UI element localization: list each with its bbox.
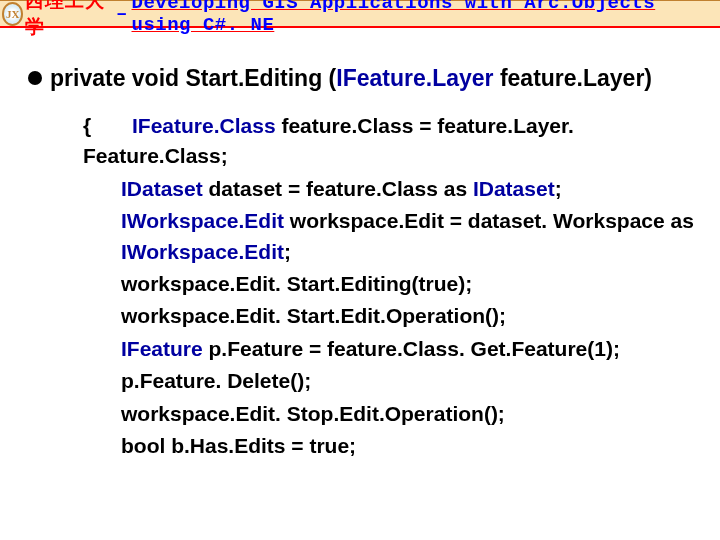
bullet-icon — [28, 71, 42, 85]
code-line-7: p.Feature. Delete(); — [83, 366, 702, 396]
code-line-2: IDataset dataset = feature.Class as IDat… — [83, 174, 702, 204]
header-bar: JX 西理工大学 – Developing GIS Applications w… — [0, 0, 720, 28]
code-line-1: { IFeature.Class feature.Class = feature… — [83, 111, 702, 172]
code-line-4: workspace.Edit. Start.Editing(true); — [83, 269, 702, 299]
code-line-3a: IWorkspace.Edit workspace.Edit = dataset… — [83, 206, 702, 267]
slide-content: private void Start.Editing (IFeature.Lay… — [0, 28, 720, 462]
header-english-text: Developing GIS Applications with Arc.Obj… — [132, 0, 721, 36]
header-separator: – — [116, 3, 127, 25]
code-line-5: workspace.Edit. Start.Edit.Operation(); — [83, 301, 702, 331]
logo-icon: JX — [2, 2, 23, 26]
signature-text: private void Start.Editing (IFeature.Lay… — [50, 64, 652, 93]
header-chinese-text: 西理工大学 — [25, 0, 112, 40]
code-line-6: IFeature p.Feature = feature.Class. Get.… — [83, 334, 702, 364]
code-block: { IFeature.Class feature.Class = feature… — [83, 111, 702, 462]
code-line-8: workspace.Edit. Stop.Edit.Operation(); — [83, 399, 702, 429]
method-signature: private void Start.Editing (IFeature.Lay… — [28, 64, 702, 93]
code-line-9: bool b.Has.Edits = true; — [83, 431, 702, 461]
